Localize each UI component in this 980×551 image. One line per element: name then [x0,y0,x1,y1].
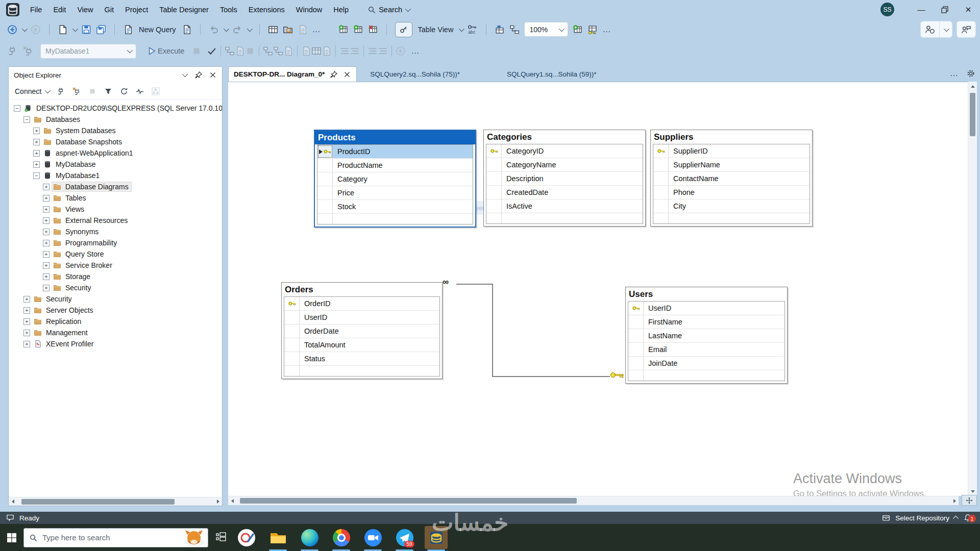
expand-icon[interactable]: + [23,296,30,303]
column-row-productname[interactable]: ProductName [317,159,473,172]
row-selector[interactable] [486,144,502,158]
menu-item-extensions[interactable]: Extensions [243,4,290,16]
diagram-table-categories[interactable]: CategoriesCategoryIDCategoryNameDescript… [483,130,646,227]
column-row-categoryid[interactable]: CategoryID [486,144,643,158]
expand-icon[interactable]: + [43,217,50,224]
taskbar-search-input[interactable]: Type here to search [23,528,208,547]
execute-button[interactable]: Execute [158,47,184,55]
uncomment-button[interactable] [350,46,360,56]
row-selector[interactable] [486,213,502,223]
name-column-key-icon[interactable]: abc [468,24,478,35]
table-view-chevron-icon[interactable] [459,26,464,31]
column-row-categoryname[interactable]: CategoryName [486,158,643,172]
live-share-button[interactable] [920,21,952,38]
zoom-dropdown[interactable]: 100% [524,22,568,37]
menu-search[interactable]: Search [368,6,409,14]
results-text-button[interactable] [235,46,245,56]
results-grid-button[interactable] [245,46,255,56]
file-explorer-icon[interactable] [266,526,289,549]
row-selector[interactable] [628,315,644,329]
empty-column-row[interactable] [284,366,439,376]
expand-icon[interactable]: + [43,251,50,258]
collapse-icon[interactable]: − [23,116,30,123]
column-row-suppliername[interactable]: SupplierName [653,158,810,172]
row-selector[interactable] [284,352,300,365]
row-selector[interactable] [317,214,333,224]
row-selector[interactable] [284,324,300,338]
empty-column-row[interactable] [317,214,473,224]
redo-dropdown-icon[interactable] [247,26,252,31]
tree-item-server-objects[interactable]: +Server Objects [9,305,222,316]
indent-button[interactable] [368,46,378,56]
column-row-phone[interactable]: Phone [653,186,810,199]
tree-item-query-store[interactable]: +Query Store [9,248,222,260]
design-app-icon[interactable] [235,526,258,549]
debug-button[interactable] [396,46,406,56]
table-properties-button[interactable] [268,24,278,35]
column-row-contactname[interactable]: ContactName [653,172,810,186]
tree-item-databases[interactable]: −Databases [9,114,222,125]
column-row-status[interactable]: Status [284,352,439,366]
column-row-city[interactable]: City [653,199,810,213]
tree-item-system-databases[interactable]: +System Databases [9,125,222,136]
tab-close-icon[interactable] [343,70,351,79]
object-explorer-hscrollbar[interactable] [9,497,222,506]
diagram-vscrollbar[interactable] [968,82,977,496]
row-selector[interactable] [653,199,669,213]
menu-item-table-designer[interactable]: Table Designer [154,4,214,16]
new-file-button[interactable] [58,24,68,35]
tree-item-service-broker[interactable]: +Service Broker [9,260,222,271]
menu-item-window[interactable]: Window [290,4,328,16]
activity-icon[interactable] [136,87,144,95]
collapse-icon[interactable]: − [33,172,40,179]
filter-icon[interactable] [104,87,112,95]
row-selector[interactable] [653,144,669,158]
row-selector[interactable] [653,213,669,223]
row-selector[interactable] [317,186,333,199]
parse-doc-button[interactable] [322,46,332,56]
manage-keys-button[interactable] [587,24,598,35]
expand-icon[interactable]: + [23,318,30,325]
disconnect-query-button[interactable] [23,46,33,56]
table-title[interactable]: Products [315,131,475,144]
tree-item-security[interactable]: +Security [9,282,222,293]
stop-icon[interactable] [88,87,96,95]
scroll-down-icon[interactable] [968,487,977,495]
diagram-table-orders[interactable]: OrdersOrderIDUserIDOrderDateTotalAmountS… [281,282,443,379]
tree-item-mydatabase[interactable]: +MyDatabase [9,159,222,170]
scroll-thumb[interactable] [970,93,975,136]
cancel-query-button[interactable] [191,46,202,56]
row-selector[interactable] [317,172,333,186]
minimize-button[interactable]: — [910,0,933,19]
column-row-userid[interactable]: UserID [284,311,439,324]
open-query-icon[interactable] [182,24,192,35]
empty-column-row[interactable] [653,213,810,223]
expand-icon[interactable]: + [33,139,40,145]
table-view-dropdown[interactable]: Table View [418,26,454,34]
row-selector[interactable] [628,329,644,342]
menu-item-git[interactable]: Git [99,4,120,16]
scroll-left-icon[interactable] [9,497,17,506]
row-selector[interactable] [486,199,502,213]
activity-monitor-button[interactable] [298,24,308,35]
tree-item-programmability[interactable]: +Programmability [9,237,222,248]
repository-chevron-icon[interactable] [953,516,959,521]
zoom-icon[interactable] [361,526,384,549]
row-selector[interactable] [284,297,300,310]
live-stats-button[interactable] [273,46,283,56]
row-selector[interactable] [317,145,333,158]
undo-button[interactable] [209,24,219,35]
expand-icon[interactable]: + [43,206,50,213]
disconnect-icon[interactable] [72,87,81,95]
tree-item-database-diagrams[interactable]: +Database Diagrams [9,181,222,192]
primary-key-toggle[interactable] [395,22,412,37]
scroll-thumb[interactable] [240,498,577,504]
table-title[interactable]: Categories [484,130,645,144]
table-title[interactable]: Orders [282,283,442,296]
row-selector[interactable] [653,158,669,171]
tree-item-desktop-dr2uc09-sqlexpress-sql[interactable]: −DESKTOP-DR2UC09\SQLEXPRESS (SQL Server … [9,103,222,114]
add-annotation-button[interactable] [495,24,505,35]
column-row-orderdate[interactable]: OrderDate [284,324,439,338]
diagram-table-products[interactable]: ProductsProductIDProductNameCategoryPric… [314,130,476,228]
save-all-button[interactable] [96,24,106,35]
